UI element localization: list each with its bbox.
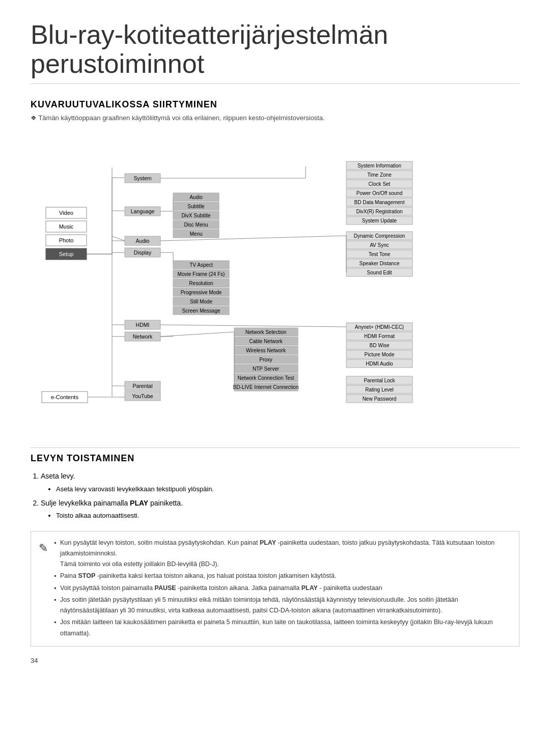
svg-text:HDMI Audio: HDMI Audio <box>366 361 393 367</box>
svg-text:Menu: Menu <box>189 231 202 237</box>
svg-text:System: System <box>133 175 151 181</box>
svg-text:Language: Language <box>131 208 155 214</box>
svg-text:Screen Message: Screen Message <box>182 308 220 314</box>
note-icon: ✎ <box>39 539 48 557</box>
svg-text:Proxy: Proxy <box>259 357 272 362</box>
svg-text:BD Data Management: BD Data Management <box>354 200 405 205</box>
diagram-svg: Video Music Photo Setup e-Contents Syste… <box>31 132 519 432</box>
svg-text:New Password: New Password <box>363 396 397 402</box>
svg-line-122 <box>160 332 234 337</box>
svg-text:TV Aspect: TV Aspect <box>189 262 213 268</box>
step-2: Sulje levykelkka painamalla PLAY painike… <box>41 497 519 522</box>
menu-diagram: Video Music Photo Setup e-Contents Syste… <box>31 132 519 432</box>
svg-line-20 <box>112 236 125 241</box>
note-items: Kun pysäytät levyn toiston, soitin muist… <box>54 538 511 640</box>
section-kuvaruutu: KUVARUUTUVALIKOSSA SIIRTYMINEN Tämän käy… <box>31 99 519 122</box>
step-2-sub: Toisto alkaa automaattisesti. <box>56 510 519 521</box>
svg-text:Subtitle: Subtitle <box>187 204 205 209</box>
note-item-5: Jos mitään laitteen tai kaukosäätimen pa… <box>54 617 511 639</box>
svg-text:Anynet+ (HDMI-CEC): Anynet+ (HDMI-CEC) <box>355 324 404 330</box>
svg-text:DivX Subtitle: DivX Subtitle <box>181 213 211 218</box>
svg-line-124 <box>160 325 346 327</box>
svg-text:HDMI: HDMI <box>136 322 150 328</box>
svg-text:Movie Frame (24 Fs): Movie Frame (24 Fs) <box>178 271 225 277</box>
note-item-1: Kun pysäytät levyn toiston, soitin muist… <box>54 538 511 570</box>
svg-text:Parental Lock: Parental Lock <box>364 378 395 383</box>
svg-text:Music: Music <box>59 223 74 230</box>
svg-text:Network Connection Test: Network Connection Test <box>238 375 294 381</box>
svg-text:Time Zone: Time Zone <box>367 172 392 178</box>
svg-text:Video: Video <box>59 210 73 216</box>
svg-text:Setup: Setup <box>59 251 74 257</box>
svg-text:Photo: Photo <box>59 237 74 243</box>
svg-text:System Update: System Update <box>362 218 397 223</box>
svg-text:HDMI Format: HDMI Format <box>364 333 395 339</box>
svg-text:Wireless Network: Wireless Network <box>246 348 286 353</box>
svg-text:BD-LIVE Internet Connection: BD-LIVE Internet Connection <box>233 384 299 390</box>
svg-text:DivX(R) Registration: DivX(R) Registration <box>356 209 402 214</box>
note-item-4: Jos soitin jätetään pysäytystilaan yli 5… <box>54 595 511 617</box>
svg-text:Speaker Distance: Speaker Distance <box>360 261 400 266</box>
svg-text:Cable Network: Cable Network <box>249 339 283 344</box>
svg-text:BD Wise: BD Wise <box>370 343 390 348</box>
note-item-2: Paina STOP -painiketta kaksi kertaa tois… <box>54 571 511 581</box>
svg-text:AV Sync: AV Sync <box>370 242 389 248</box>
page-number: 34 <box>31 657 519 664</box>
svg-text:Power On/Off sound: Power On/Off sound <box>356 190 402 196</box>
note-item-3: Voit pysäyttää toiston painamalla PAUSE … <box>54 583 511 594</box>
svg-text:Rating Level: Rating Level <box>365 387 394 393</box>
svg-text:Picture Mode: Picture Mode <box>365 352 395 357</box>
page-title: Blu-ray-kotiteatterijärjestelmän perusto… <box>31 20 519 84</box>
svg-text:YouTube: YouTube <box>132 393 153 399</box>
svg-text:System Information: System Information <box>358 163 401 169</box>
steps-list: Aseta levy. Aseta levy varovasti levykel… <box>41 470 519 521</box>
section2-title: LEVYN TOISTAMINEN <box>31 453 519 464</box>
svg-text:Audio: Audio <box>189 194 203 200</box>
svg-text:Audio: Audio <box>136 238 150 244</box>
svg-text:Network: Network <box>133 333 153 340</box>
svg-text:Network Selection: Network Selection <box>245 329 287 335</box>
section1-title: KUVARUUTUVALIKOSSA SIIRTYMINEN <box>31 99 519 110</box>
svg-text:Resolution: Resolution <box>189 281 213 286</box>
section1-note: Tämän käyttöoppaan graafinen käyttöliitt… <box>31 114 519 122</box>
step-1: Aseta levy. Aseta levy varovasti levykel… <box>41 470 519 495</box>
section-levyn: LEVYN TOISTAMINEN Aseta levy. Aseta levy… <box>31 447 519 646</box>
note-box: ✎ Kun pysäytät levyn toiston, soitin mui… <box>31 531 519 647</box>
svg-text:Dynamic Compression: Dynamic Compression <box>354 233 405 239</box>
svg-text:Still Mode: Still Mode <box>190 299 212 304</box>
svg-text:Progressive Mode: Progressive Mode <box>181 290 222 295</box>
svg-text:Sound Edit: Sound Edit <box>367 270 392 275</box>
svg-text:Parental: Parental <box>132 383 152 389</box>
svg-text:Clock Set: Clock Set <box>369 181 391 187</box>
svg-text:Test Tone: Test Tone <box>369 251 391 257</box>
svg-text:Disc Menu: Disc Menu <box>184 222 208 228</box>
svg-text:NTP Server: NTP Server <box>253 366 280 372</box>
svg-text:e-Contents: e-Contents <box>51 394 78 400</box>
step-1-sub: Aseta levy varovasti levykelkkaan teksti… <box>56 483 519 495</box>
svg-text:Display: Display <box>134 249 152 256</box>
play-bold: PLAY <box>130 499 148 507</box>
